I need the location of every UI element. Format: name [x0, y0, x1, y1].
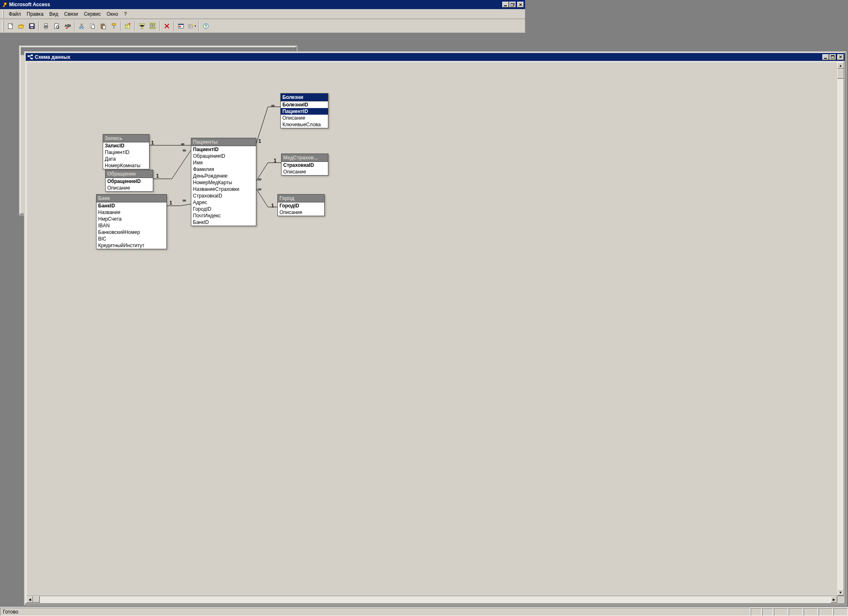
card-one: 1: [169, 200, 172, 206]
table-field[interactable]: НмрСчета: [96, 216, 166, 222]
paste-button[interactable]: [98, 21, 108, 31]
card-many: ∞: [271, 103, 275, 108]
svg-rect-8: [45, 24, 47, 26]
svg-rect-40: [31, 55, 33, 56]
table-field[interactable]: БанкID: [191, 219, 256, 226]
menu-service[interactable]: Сервис: [81, 10, 103, 18]
svg-rect-32: [154, 27, 155, 29]
table-field[interactable]: НомерКомнаты: [103, 162, 149, 169]
table-field[interactable]: Описание: [106, 185, 153, 191]
table-field[interactable]: БолезниID: [281, 101, 328, 108]
table-field[interactable]: Описание: [278, 209, 324, 216]
table-bolezni[interactable]: Болезни БолезниID ПациентID Описание Клю…: [280, 93, 328, 128]
cut-button[interactable]: [77, 21, 87, 31]
toolbar-grip[interactable]: [2, 21, 4, 31]
table-medstrah[interactable]: МедСтрахов... СтраховкаID Описание: [281, 154, 328, 176]
menu-edit[interactable]: Правка: [24, 10, 46, 18]
table-field[interactable]: БанкID: [96, 202, 166, 209]
menu-file[interactable]: Файл: [6, 10, 24, 18]
table-field[interactable]: ПочтИндекс: [191, 212, 256, 219]
table-field[interactable]: БанковскийНомер: [96, 229, 166, 236]
table-field[interactable]: ПациентID: [191, 146, 256, 153]
show-direct-button[interactable]: [137, 21, 147, 31]
delete-button[interactable]: [162, 21, 172, 31]
menubar: Файл Правка Вид Связи Сервис Окно ?: [0, 9, 525, 19]
table-title[interactable]: Запись: [103, 135, 149, 142]
svg-rect-29: [154, 23, 155, 24]
table-gorod[interactable]: Город ГородID Описание: [277, 194, 325, 216]
help-button[interactable]: ?: [201, 21, 211, 31]
menu-view[interactable]: Вид: [47, 10, 61, 18]
child-titlebar[interactable]: Схема данных ✕: [26, 53, 525, 61]
table-field[interactable]: Описание: [282, 168, 328, 175]
open-button[interactable]: [16, 21, 26, 31]
svg-rect-0: [504, 5, 507, 6]
table-title[interactable]: Обращение: [106, 170, 153, 178]
add-table-button[interactable]: +: [123, 21, 133, 31]
restore-button[interactable]: [509, 2, 516, 7]
svg-rect-21: [113, 25, 114, 29]
table-bank[interactable]: Банк БанкID Название НмрСчета IBAN Банко…: [96, 194, 167, 249]
menu-help[interactable]: ?: [121, 10, 129, 18]
table-field[interactable]: КредитныйИнститут: [96, 242, 166, 249]
minimize-button[interactable]: [502, 2, 509, 7]
toolbar: ABC + ▾ ?: [0, 19, 525, 33]
table-field[interactable]: Название: [96, 209, 166, 216]
svg-rect-19: [103, 26, 106, 29]
table-title[interactable]: Пациенты: [191, 138, 256, 146]
new-button[interactable]: [5, 21, 15, 31]
table-field[interactable]: ГородID: [278, 202, 324, 209]
spelling-button[interactable]: ABC: [63, 21, 72, 31]
print-button[interactable]: [41, 21, 51, 31]
table-field-selected[interactable]: ПациентID: [281, 108, 328, 115]
table-field[interactable]: ПациентID: [103, 149, 149, 156]
table-field[interactable]: КлючевыеСлова: [281, 121, 328, 128]
child-title: Схема данных: [35, 54, 70, 60]
table-field[interactable]: Фамилия: [191, 166, 256, 173]
card-one: 1: [156, 173, 159, 179]
app-title: Microsoft Access: [9, 2, 50, 7]
table-field[interactable]: Имя: [191, 159, 256, 166]
menu-relations[interactable]: Связи: [62, 10, 81, 18]
table-field[interactable]: НомерМедКарты: [191, 179, 256, 186]
card-many: ∞: [258, 186, 262, 192]
table-field[interactable]: Адрес: [191, 199, 256, 206]
app-titlebar: Microsoft Access ✕: [0, 0, 525, 9]
close-button[interactable]: ✕: [517, 2, 524, 7]
table-zapis[interactable]: Запись ЗаписID ПациентID Дата НомерКомна…: [103, 134, 149, 169]
table-field[interactable]: BIC: [96, 236, 166, 242]
table-field[interactable]: Описание: [281, 115, 328, 121]
table-field[interactable]: ОбращениеID: [191, 153, 256, 159]
table-title[interactable]: Город: [278, 195, 324, 202]
table-patsienty[interactable]: Пациенты ПациентID ОбращениеID Имя Фамил…: [191, 138, 256, 226]
table-field[interactable]: Дата: [103, 156, 149, 162]
access-key-icon: [2, 2, 7, 7]
schema-child-window: Схема данных ✕: [24, 51, 525, 381]
table-field[interactable]: ЗаписID: [103, 142, 149, 149]
table-field[interactable]: СтраховкаID: [191, 192, 256, 199]
table-field[interactable]: ДеньРождение: [191, 173, 256, 179]
svg-rect-27: [150, 23, 151, 24]
print-preview-button[interactable]: [52, 21, 62, 31]
database-window-button[interactable]: [176, 21, 186, 31]
table-field[interactable]: ОбращениеID: [106, 178, 153, 185]
svg-rect-3: [8, 24, 12, 29]
relationship-canvas[interactable]: 1 ∞ 1 ∞ 1 ∞ 1 ∞ ∞ 1 ∞ 1 Запись ЗаписID П…: [27, 62, 525, 381]
svg-rect-16: [92, 25, 94, 29]
table-field[interactable]: НазваниеСтраховки: [191, 186, 256, 192]
table-title[interactable]: Болезни: [281, 94, 328, 101]
table-field[interactable]: ГородID: [191, 206, 256, 212]
table-obrashenie[interactable]: Обращение ОбращениеID Описание: [105, 170, 153, 192]
format-painter-button[interactable]: [109, 21, 119, 31]
save-button[interactable]: [27, 21, 37, 31]
menu-window[interactable]: Окно: [104, 10, 120, 18]
new-object-button[interactable]: ▾: [187, 21, 197, 31]
table-field[interactable]: СтраховкаID: [282, 162, 328, 168]
svg-rect-30: [150, 27, 151, 29]
table-title[interactable]: Банк: [96, 195, 166, 202]
table-field[interactable]: IBAN: [96, 222, 166, 229]
menubar-grip[interactable]: [2, 10, 4, 18]
show-all-button[interactable]: [148, 21, 158, 31]
table-title[interactable]: МедСтрахов...: [282, 154, 328, 162]
copy-button[interactable]: [87, 21, 97, 31]
